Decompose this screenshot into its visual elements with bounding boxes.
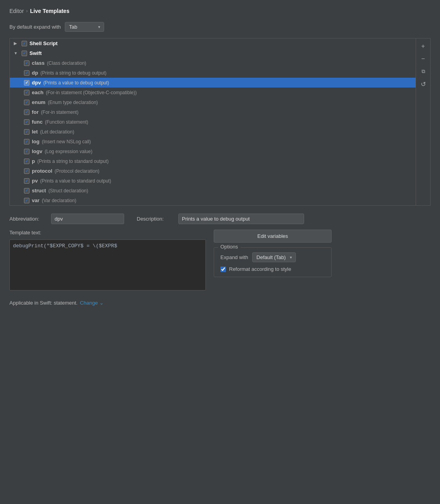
checkbox-dp[interactable] (24, 70, 29, 76)
checkbox-var[interactable] (24, 198, 29, 203)
abbrev-dp: dp (32, 70, 38, 76)
expand-with-select-wrapper[interactable]: Default (Tab) Tab Enter Space (252, 252, 296, 262)
desc-pv: (Prints a value to standard output) (40, 178, 111, 184)
abbrev-each: each (32, 89, 44, 95)
desc-dpv: (Prints a value to debug output) (43, 80, 109, 86)
default-expand-label: By default expand with (9, 24, 61, 30)
sidebar-buttons: + − ⧉ ↺ (416, 38, 430, 205)
template-text-label: Template text: (9, 230, 206, 236)
abbrev-class: class (32, 60, 45, 66)
checkbox-enum[interactable] (24, 100, 29, 105)
tree-item-shell-script[interactable]: ▶ Shell Script (10, 38, 416, 48)
add-template-button[interactable]: + (418, 41, 429, 52)
abbreviation-input[interactable] (51, 214, 124, 224)
desc-for: (For-in statement) (41, 110, 78, 115)
bottom-section: Template text: <span class="template-cod… (9, 230, 431, 290)
change-label: Change (80, 300, 98, 306)
default-expand-select[interactable]: Tab Enter Space (65, 22, 104, 32)
tree-item-func[interactable]: func (Function statement) (10, 117, 416, 127)
checkbox-class[interactable] (24, 60, 29, 66)
options-group: Options Expand with Default (Tab) Tab En… (214, 247, 332, 277)
tree-item-dpv[interactable]: dpv (Prints a value to debug output) (10, 78, 416, 88)
tree-item-p[interactable]: p (Prints a string to standard output) (10, 156, 416, 166)
abbrev-let: let (32, 129, 38, 135)
checkbox-dpv[interactable] (24, 80, 29, 86)
label-swift: Swift (29, 50, 42, 56)
tree-item-swift[interactable]: ▼ Swift (10, 48, 416, 58)
remove-template-button[interactable]: − (418, 53, 429, 64)
details-section: Abbreviation: Description: Template text… (9, 214, 431, 306)
tree-item-logv[interactable]: logv (Log expression value) (10, 146, 416, 156)
change-chevron: ⌄ (99, 300, 104, 306)
tree-item-dp[interactable]: dp (Prints a string to debug output) (10, 68, 416, 78)
abbrev-for: for (32, 109, 38, 115)
checkbox-for[interactable] (24, 110, 29, 115)
desc-enum: (Enum type declaration) (48, 100, 98, 105)
reformat-checkbox[interactable] (220, 267, 226, 272)
applicable-row: Applicable in Swift: statement. Change ⌄ (9, 300, 431, 306)
reformat-label: Reformat according to style (229, 266, 291, 272)
reset-template-button[interactable]: ↺ (418, 79, 429, 89)
abbrev-func: func (32, 119, 42, 125)
desc-protocol: (Protocol declaration) (55, 168, 99, 174)
expand-with-select[interactable]: Default (Tab) Tab Enter Space (252, 252, 296, 262)
abbrev-enum: enum (32, 99, 46, 105)
template-text-input[interactable]: <span class="template-code">debugPrint(<… (9, 239, 206, 290)
checkbox-logv[interactable] (24, 149, 29, 154)
desc-log: (Insert new NSLog call) (42, 139, 91, 144)
tree-panel: ▶ Shell Script ▼ Swift class (Class decl… (9, 38, 431, 206)
left-bottom: Template text: <span class="template-cod… (9, 230, 206, 290)
checkbox-p[interactable] (24, 159, 29, 164)
tree-item-each[interactable]: each (For-in statement (Objective-C-comp… (10, 88, 416, 97)
abbreviation-label: Abbreviation: (9, 216, 45, 222)
abbrev-desc-row: Abbreviation: Description: (9, 214, 431, 224)
checkbox-swift[interactable] (22, 51, 27, 56)
checkbox-protocol[interactable] (24, 168, 29, 174)
abbrev-dpv: dpv (32, 80, 41, 86)
description-input[interactable] (178, 214, 304, 224)
breadcrumb-parent[interactable]: Editor (9, 8, 24, 14)
desc-logv: (Log expression value) (45, 149, 92, 154)
checkbox-func[interactable] (24, 119, 29, 125)
checkbox-each[interactable] (24, 90, 29, 95)
tree-item-class[interactable]: class (Class declaration) (10, 58, 416, 68)
tree-item-for[interactable]: for (For-in statement) (10, 107, 416, 117)
breadcrumb: Editor › Live Templates (9, 8, 431, 14)
abbrev-p: p (32, 158, 35, 164)
abbrev-pv: pv (32, 178, 38, 184)
desc-let: (Let declaration) (40, 129, 74, 135)
abbrev-logv: logv (32, 148, 42, 154)
checkbox-let[interactable] (24, 129, 29, 135)
tree-item-log[interactable]: log (Insert new NSLog call) (10, 137, 416, 146)
desc-p: (Prints a string to standard output) (37, 159, 108, 164)
checkbox-struct[interactable] (24, 188, 29, 194)
desc-struct: (Struct declaration) (48, 188, 88, 194)
checkbox-log[interactable] (24, 139, 29, 144)
tree-item-struct[interactable]: struct (Struct declaration) (10, 186, 416, 195)
tree-list: ▶ Shell Script ▼ Swift class (Class decl… (10, 38, 416, 205)
expand-with-row: Expand with Default (Tab) Tab Enter Spac… (220, 252, 325, 262)
tree-item-var[interactable]: var (Var declaration) (10, 195, 416, 205)
tree-item-pv[interactable]: pv (Prints a value to standard output) (10, 176, 416, 186)
breadcrumb-separator: › (26, 8, 28, 14)
options-legend: Options (218, 244, 240, 250)
collapse-icon-shell-script: ▶ (14, 41, 19, 46)
tree-item-let[interactable]: let (Let declaration) (10, 127, 416, 137)
abbrev-log: log (32, 139, 40, 144)
change-link[interactable]: Change ⌄ (80, 300, 103, 306)
tree-item-enum[interactable]: enum (Enum type declaration) (10, 97, 416, 107)
description-label: Description: (137, 216, 172, 222)
default-expand-select-wrapper[interactable]: Tab Enter Space (65, 22, 104, 32)
desc-each: (For-in statement (Objective-C-compatibl… (46, 90, 137, 95)
copy-template-button[interactable]: ⧉ (418, 66, 429, 77)
expand-with-label: Expand with (220, 254, 248, 260)
abbrev-struct: struct (32, 188, 46, 194)
abbrev-var: var (32, 197, 40, 203)
checkbox-pv[interactable] (24, 178, 29, 184)
checkbox-shell-script[interactable] (22, 41, 27, 46)
reformat-row: Reformat according to style (220, 266, 325, 272)
label-shell-script: Shell Script (29, 40, 58, 46)
desc-func: (Function statement) (45, 119, 88, 125)
edit-variables-button[interactable]: Edit variables (214, 230, 332, 243)
tree-item-protocol[interactable]: protocol (Protocol declaration) (10, 166, 416, 176)
